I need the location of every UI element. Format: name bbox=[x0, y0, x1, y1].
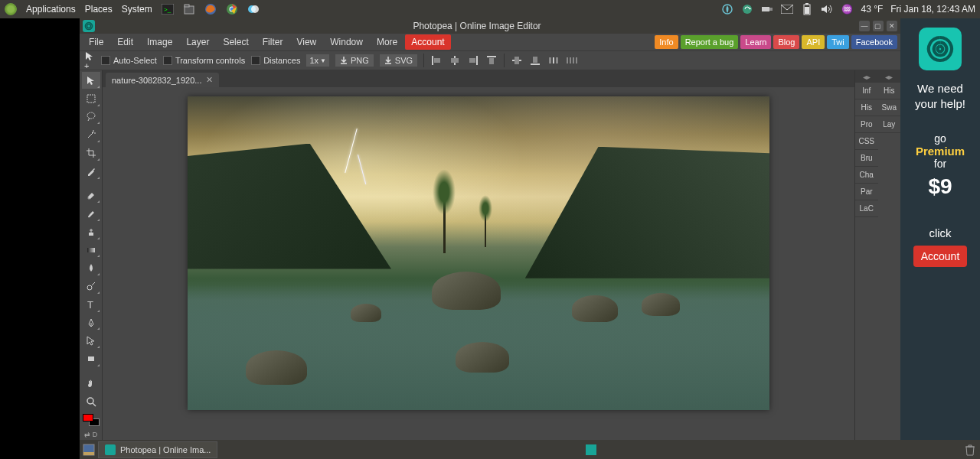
move-tool[interactable] bbox=[82, 72, 100, 89]
trash-icon[interactable] bbox=[965, 444, 977, 456]
firefox-icon[interactable] bbox=[204, 3, 217, 15]
eyedropper-tool[interactable] bbox=[82, 163, 100, 180]
menu-account[interactable]: Account bbox=[405, 34, 450, 50]
window-titlebar[interactable]: Photopea | Online Image Editor — ▢ ✕ bbox=[80, 18, 900, 34]
panel-tab-his[interactable]: His bbox=[855, 99, 878, 116]
document-tab-close[interactable]: ✕ bbox=[206, 75, 213, 85]
tag-blog[interactable]: Blog bbox=[773, 35, 799, 49]
hand-tool[interactable] bbox=[82, 375, 100, 392]
document-tab[interactable]: nature-3082832_1920... ✕ bbox=[106, 73, 219, 87]
marquee-tool[interactable] bbox=[82, 90, 100, 107]
distances-checkbox[interactable]: Distances bbox=[251, 56, 300, 65]
svg-text:>_: >_ bbox=[164, 6, 172, 13]
tag-info[interactable]: Info bbox=[655, 35, 678, 49]
app-logo-icon bbox=[83, 20, 95, 32]
tag-learn[interactable]: Learn bbox=[740, 35, 771, 49]
menu-select[interactable]: Select bbox=[217, 34, 254, 50]
auto-select-checkbox[interactable]: Auto-Select bbox=[101, 56, 157, 65]
panel-tab-bru[interactable]: Bru bbox=[855, 150, 878, 167]
panel-tab-swa[interactable]: Swa bbox=[878, 99, 901, 116]
tag-facebook[interactable]: Facebook bbox=[851, 35, 897, 49]
minimize-button[interactable]: — bbox=[859, 21, 870, 31]
clone-tool[interactable] bbox=[82, 223, 100, 240]
panel-tab-inf[interactable]: Inf bbox=[855, 83, 878, 99]
export-png-button[interactable]: PNG bbox=[335, 54, 374, 67]
align-vcenter-icon[interactable] bbox=[511, 54, 523, 67]
terminal-icon[interactable]: >_ bbox=[162, 3, 174, 15]
menu-system[interactable]: System bbox=[122, 4, 152, 15]
show-desktop-icon[interactable] bbox=[83, 444, 95, 456]
panel-tab-css[interactable]: CSS bbox=[855, 133, 878, 150]
ad-price-text: $9 bbox=[928, 174, 952, 199]
taskbar-app-button[interactable]: Photopea | Online Ima... bbox=[98, 441, 217, 458]
panel-collapse-handle[interactable]: ◂▸ bbox=[878, 70, 901, 83]
mail-icon[interactable] bbox=[781, 3, 793, 15]
menu-edit[interactable]: Edit bbox=[111, 34, 139, 50]
align-right-icon[interactable] bbox=[467, 54, 479, 67]
canvas-zone[interactable] bbox=[103, 87, 854, 440]
align-top-icon[interactable] bbox=[485, 54, 498, 67]
crop-tool[interactable] bbox=[82, 145, 100, 161]
color-swatches[interactable] bbox=[83, 414, 100, 426]
panel-tab-his[interactable]: His bbox=[878, 83, 901, 99]
menu-more[interactable]: More bbox=[371, 34, 403, 50]
datetime-label[interactable]: Fri Jan 18, 12:43 AM bbox=[890, 4, 975, 15]
panel-tab-lac[interactable]: LaC bbox=[855, 200, 878, 217]
panel-tab-par[interactable]: Par bbox=[855, 184, 878, 200]
panel-tab-cha[interactable]: Cha bbox=[855, 167, 878, 184]
zoom-select[interactable]: 1x▼ bbox=[306, 54, 329, 67]
gradient-tool[interactable] bbox=[82, 242, 100, 259]
brush-tool[interactable] bbox=[82, 205, 100, 222]
pen-tool[interactable] bbox=[82, 314, 100, 331]
os-logo-icon[interactable] bbox=[5, 3, 17, 15]
app-icon[interactable] bbox=[247, 3, 260, 15]
panel-tab-lay[interactable]: Lay bbox=[878, 116, 901, 133]
close-window-button[interactable]: ✕ bbox=[887, 21, 897, 31]
maximize-button[interactable]: ▢ bbox=[873, 21, 884, 31]
menu-view[interactable]: View bbox=[290, 34, 322, 50]
path-select-tool[interactable] bbox=[82, 332, 100, 349]
menu-file[interactable]: File bbox=[83, 34, 109, 50]
panel-tab-pro[interactable]: Pro bbox=[855, 116, 878, 133]
indicator-icon[interactable] bbox=[721, 3, 733, 15]
export-svg-button[interactable]: SVG bbox=[380, 54, 417, 67]
battery-icon[interactable] bbox=[801, 3, 813, 15]
taskbar-workspace-icon[interactable] bbox=[585, 444, 597, 456]
wand-tool[interactable] bbox=[82, 126, 100, 143]
lasso-tool[interactable] bbox=[82, 109, 100, 125]
ad-account-button[interactable]: Account bbox=[913, 246, 968, 267]
distribute-h-icon[interactable] bbox=[547, 54, 560, 67]
distribute-v-icon[interactable] bbox=[566, 54, 578, 67]
zoom-tool[interactable] bbox=[82, 393, 100, 410]
dodge-tool[interactable] bbox=[82, 278, 100, 295]
blur-tool[interactable] bbox=[82, 259, 100, 276]
menu-image[interactable]: Image bbox=[141, 34, 178, 50]
usb-icon[interactable] bbox=[761, 3, 773, 15]
menu-filter[interactable]: Filter bbox=[256, 34, 289, 50]
svg-rect-22 bbox=[451, 58, 459, 63]
menu-window[interactable]: Window bbox=[324, 34, 369, 50]
canvas-image[interactable] bbox=[188, 96, 769, 410]
transform-controls-checkbox[interactable]: Transform controls bbox=[163, 56, 245, 65]
svg-point-11 bbox=[743, 5, 752, 14]
tag-api[interactable]: API bbox=[802, 35, 825, 49]
align-hcenter-icon[interactable] bbox=[449, 54, 461, 67]
files-icon[interactable] bbox=[183, 3, 195, 15]
volume-icon[interactable] bbox=[821, 3, 833, 15]
panel-collapse-handle[interactable]: ◂▸ bbox=[855, 70, 878, 83]
tag-twi[interactable]: Twi bbox=[827, 35, 849, 49]
menu-applications[interactable]: Applications bbox=[26, 4, 76, 15]
menu-layer[interactable]: Layer bbox=[180, 34, 215, 50]
align-bottom-icon[interactable] bbox=[529, 54, 541, 67]
eraser-tool[interactable] bbox=[82, 187, 100, 203]
swatch-reset[interactable]: ⇄D bbox=[82, 429, 100, 440]
shape-tool[interactable] bbox=[82, 350, 100, 367]
weather-label[interactable]: 43 °F bbox=[861, 4, 883, 15]
align-left-icon[interactable] bbox=[430, 54, 443, 67]
tag-report-a-bug[interactable]: Report a bug bbox=[681, 35, 739, 49]
sync-icon[interactable] bbox=[741, 3, 753, 15]
menu-places[interactable]: Places bbox=[85, 4, 113, 15]
weather-icon[interactable]: ♒ bbox=[841, 3, 853, 15]
type-tool[interactable]: T bbox=[82, 296, 100, 313]
chrome-icon[interactable] bbox=[226, 3, 238, 15]
